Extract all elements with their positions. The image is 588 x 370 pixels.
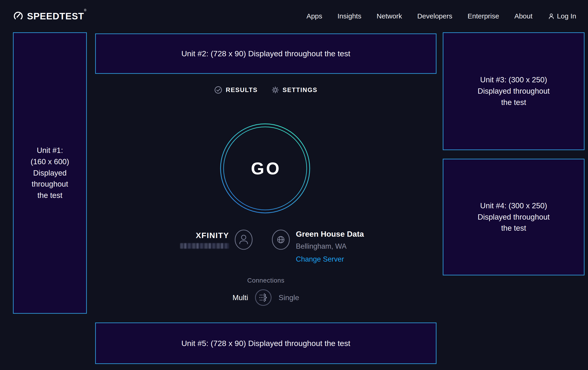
go-label: GO xyxy=(220,123,311,214)
connections-toggle[interactable] xyxy=(254,289,272,306)
isp-block: XFINITY xyxy=(180,229,253,250)
isp-name: XFINITY xyxy=(196,231,229,240)
go-button[interactable]: GO xyxy=(220,123,311,214)
server-location: Bellingham, WA xyxy=(296,242,364,250)
view-tabs: RESULTS SETTING xyxy=(95,82,437,98)
server-name: Green House Data xyxy=(296,230,364,239)
ad-unit-5[interactable]: Unit #5: (728 x 90) Displayed throughout… xyxy=(95,322,437,364)
redacted-ip-text xyxy=(180,243,229,249)
nav-item-network[interactable]: Network xyxy=(377,12,402,20)
connections-multi-option[interactable]: Multi xyxy=(232,293,248,302)
ad-unit-4[interactable]: Unit #4: (300 x 250) Displayed throughou… xyxy=(443,159,585,275)
trademark-symbol: ® xyxy=(84,8,87,12)
nav-item-about[interactable]: About xyxy=(514,12,532,20)
tab-results-label: RESULTS xyxy=(226,87,258,94)
header: SPEEDTEST® Apps Insights Network Develop… xyxy=(0,0,588,32)
nav-item-apps[interactable]: Apps xyxy=(306,12,322,20)
server-block: Green House Data Bellingham, WA Change S… xyxy=(271,229,364,263)
nav-item-enterprise[interactable]: Enterprise xyxy=(467,12,499,20)
change-server-link[interactable]: Change Server xyxy=(296,255,364,263)
connections-label: Connections xyxy=(95,277,437,284)
tab-results[interactable]: RESULTS xyxy=(214,86,258,94)
logo-wordmark: SPEEDTEST® xyxy=(27,11,87,21)
speedometer-gauge-icon xyxy=(13,11,24,22)
user-icon xyxy=(548,13,555,20)
provider-info-row: XFINITY Green Hou xyxy=(95,227,437,273)
tab-settings-label: SETTINGS xyxy=(283,87,317,94)
tab-settings[interactable]: SETTINGS xyxy=(271,86,317,94)
ad-unit-2[interactable]: Unit #2: (728 x 90) Displayed throughout… xyxy=(95,33,437,74)
globe-oval-icon xyxy=(271,229,290,250)
gear-icon xyxy=(271,86,279,94)
multi-connections-arrows-icon xyxy=(254,289,272,306)
ad-unit-1[interactable]: Unit #1: (160 x 600) Displayed throughou… xyxy=(13,32,87,314)
main-nav: Apps Insights Network Developers Enterpr… xyxy=(306,0,576,32)
speedtest-page: SPEEDTEST® Apps Insights Network Develop… xyxy=(0,0,588,370)
speedtest-logo[interactable]: SPEEDTEST® xyxy=(13,0,87,32)
connections-single-option[interactable]: Single xyxy=(279,293,299,302)
login-button[interactable]: Log In xyxy=(548,12,576,20)
nav-item-developers[interactable]: Developers xyxy=(417,12,452,20)
nav-item-insights[interactable]: Insights xyxy=(337,12,361,20)
check-circle-icon xyxy=(214,86,222,94)
connections-section: Connections Multi xyxy=(95,277,437,306)
ad-unit-3[interactable]: Unit #3: (300 x 250) Displayed throughou… xyxy=(443,32,585,150)
login-label: Log In xyxy=(557,12,576,20)
person-oval-icon xyxy=(234,229,253,250)
